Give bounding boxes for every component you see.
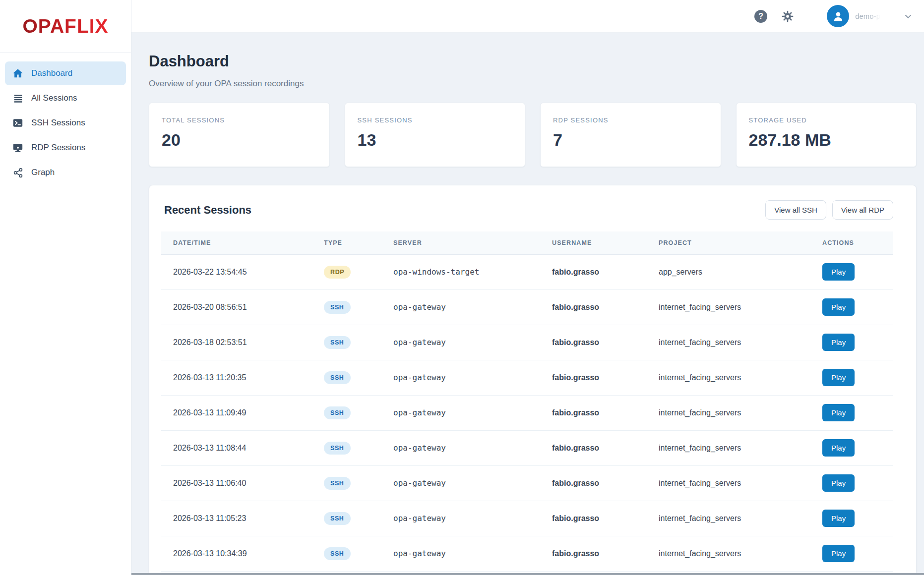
stat-card-total-sessions: TOTAL SESSIONS 20: [149, 103, 330, 167]
sidebar-item-label: SSH Sessions: [31, 118, 85, 128]
page-title: Dashboard: [149, 53, 917, 70]
session-type-badge: SSH: [324, 336, 351, 349]
session-project: internet_facing_servers: [651, 325, 814, 360]
session-type-badge: SSH: [324, 547, 351, 560]
play-button[interactable]: Play: [822, 439, 855, 457]
sessions-table-body: 2026-03-22 13:54:45 RDP opa-windows-targ…: [161, 254, 893, 575]
session-username: fabio.grasso: [544, 536, 651, 571]
play-button[interactable]: Play: [822, 369, 855, 386]
session-datetime: 2026-03-13 11:06:40: [161, 465, 316, 501]
session-type-badge: SSH: [324, 477, 351, 490]
stat-card-rdp-sessions: RDP SESSIONS 7: [540, 103, 721, 167]
stat-value: 287.18 MB: [749, 130, 904, 150]
column-header-project: PROJECT: [651, 231, 814, 254]
column-header-datetime: DATE/TIME: [161, 231, 316, 254]
session-username: fabio.grasso: [544, 501, 651, 536]
session-project: internet_facing_servers: [651, 536, 814, 571]
help-icon[interactable]: ?: [754, 10, 767, 23]
column-header-server: SERVER: [385, 231, 544, 254]
session-row: 2026-03-18 02:53:51 SSH opa-gateway fabi…: [161, 325, 893, 360]
session-type-badge: SSH: [324, 371, 351, 384]
session-row: 2026-03-13 11:09:49 SSH opa-gateway fabi…: [161, 395, 893, 430]
app-window: OPAFLIX Dashboard All Sessions SSH Sessi…: [0, 0, 924, 575]
play-button[interactable]: Play: [822, 334, 855, 351]
session-row: 2026-03-22 13:54:45 RDP opa-windows-targ…: [161, 254, 893, 289]
column-header-username: USERNAME: [544, 231, 651, 254]
session-datetime: 2026-03-13 11:05:23: [161, 501, 316, 536]
session-row: 2026-03-13 11:20:35 SSH opa-gateway fabi…: [161, 360, 893, 395]
view-all-ssh-button[interactable]: View all SSH: [765, 200, 826, 220]
session-server: opa-gateway: [385, 289, 544, 325]
stat-value: 7: [553, 130, 708, 150]
sidebar-item-graph[interactable]: Graph: [5, 161, 126, 184]
panel-header-actions: View all SSH View all RDP: [765, 200, 893, 220]
session-server: opa-gateway: [385, 536, 544, 571]
session-datetime: 2026-03-13 10:34:39: [161, 536, 316, 571]
play-button[interactable]: Play: [822, 474, 855, 492]
play-button[interactable]: Play: [822, 263, 855, 281]
session-project: app_servers: [651, 254, 814, 289]
brand-logo: OPAFLIX: [22, 15, 108, 37]
sidebar-item-rdp-sessions[interactable]: RDP Sessions: [5, 136, 126, 160]
session-datetime: 2026-03-13 11:08:44: [161, 430, 316, 465]
sidebar-item-label: Dashboard: [31, 68, 72, 78]
session-type-badge: SSH: [324, 442, 351, 455]
recent-sessions-title: Recent Sessions: [164, 204, 251, 217]
session-server: opa-gateway: [385, 395, 544, 430]
chevron-down-icon[interactable]: [903, 11, 913, 21]
session-type-badge: SSH: [324, 301, 351, 314]
session-type-badge: RDP: [324, 266, 351, 279]
session-datetime: 2026-03-13 11:20:35: [161, 360, 316, 395]
session-server: opa-windows-target: [385, 254, 544, 289]
terminal-icon: [12, 117, 24, 129]
page-subtitle: Overview of your OPA session recordings: [149, 79, 917, 89]
recent-sessions-header: Recent Sessions View all SSH View all RD…: [149, 185, 916, 231]
main-area: ?: [131, 0, 924, 575]
stat-card-storage-used: STORAGE USED 287.18 MB: [736, 103, 917, 167]
session-type-badge: SSH: [324, 512, 351, 525]
bottom-scroll-strip[interactable]: [131, 573, 924, 575]
sidebar-item-ssh-sessions[interactable]: SSH Sessions: [5, 111, 126, 135]
user-avatar[interactable]: [827, 5, 849, 27]
share-icon: [12, 167, 24, 178]
sessions-table: DATE/TIME TYPE SERVER USERNAME PROJECT A…: [161, 231, 893, 575]
session-row: 2026-03-20 08:56:51 SSH opa-gateway fabi…: [161, 289, 893, 325]
stat-value: 13: [358, 130, 513, 150]
session-datetime: 2026-03-20 08:56:51: [161, 289, 316, 325]
session-username: fabio.grasso: [544, 430, 651, 465]
sidebar-item-dashboard[interactable]: Dashboard: [5, 61, 126, 85]
username-label: demo-p: [855, 12, 880, 20]
session-row: 2026-03-13 11:08:44 SSH opa-gateway fabi…: [161, 430, 893, 465]
play-button[interactable]: Play: [822, 298, 855, 316]
session-row: 2026-03-13 10:34:39 SSH opa-gateway fabi…: [161, 536, 893, 571]
session-row: 2026-03-13 11:05:23 SSH opa-gateway fabi…: [161, 501, 893, 536]
session-server: opa-gateway: [385, 501, 544, 536]
stat-label: STORAGE USED: [749, 116, 904, 124]
session-project: internet_facing_servers: [651, 430, 814, 465]
session-project: internet_facing_servers: [651, 501, 814, 536]
session-username: fabio.grasso: [544, 325, 651, 360]
person-icon: [832, 10, 845, 23]
play-button[interactable]: Play: [822, 510, 855, 527]
session-row: 2026-03-13 11:06:40 SSH opa-gateway fabi…: [161, 465, 893, 501]
sidebar-item-label: RDP Sessions: [31, 143, 85, 153]
stat-card-ssh-sessions: SSH SESSIONS 13: [345, 103, 526, 167]
home-icon: [12, 67, 24, 79]
play-button[interactable]: Play: [822, 545, 855, 562]
session-project: internet_facing_servers: [651, 360, 814, 395]
play-button[interactable]: Play: [822, 404, 855, 421]
session-project: internet_facing_servers: [651, 289, 814, 325]
gear-icon[interactable]: [781, 10, 794, 23]
session-username: fabio.grasso: [544, 395, 651, 430]
content: Dashboard Overview of your OPA session r…: [131, 53, 924, 575]
view-all-rdp-button[interactable]: View all RDP: [832, 200, 893, 220]
session-project: internet_facing_servers: [651, 395, 814, 430]
session-datetime: 2026-03-22 13:54:45: [161, 254, 316, 289]
logo-container: OPAFLIX: [0, 0, 131, 53]
session-username: fabio.grasso: [544, 360, 651, 395]
session-datetime: 2026-03-13 11:09:49: [161, 395, 316, 430]
sidebar-item-label: All Sessions: [31, 93, 77, 103]
sidebar: OPAFLIX Dashboard All Sessions SSH Sessi…: [0, 0, 131, 575]
stat-label: RDP SESSIONS: [553, 116, 708, 124]
sidebar-item-all-sessions[interactable]: All Sessions: [5, 86, 126, 110]
